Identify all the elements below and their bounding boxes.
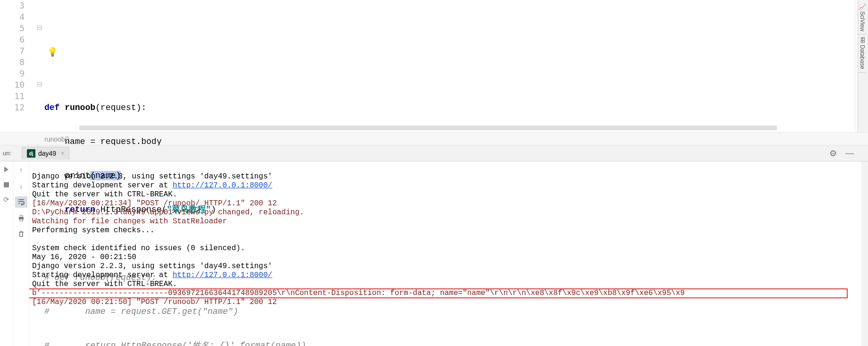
line-number: 5 — [0, 23, 25, 34]
play-icon — [4, 167, 8, 172]
code-editor[interactable]: 3 4 5 6 7 8 9 10 11 12 ⊟ ⊟ 💡 def runoob(… — [0, 0, 868, 132]
line-number: 12 — [0, 102, 25, 113]
run-label: un: — [3, 150, 22, 157]
run-console-panel: ⟳ ↑ ↓ Django version 2.2.3, using settin… — [0, 161, 868, 346]
console-line: Django version 2.2.3, using settings 'da… — [32, 262, 272, 270]
console-vertical-scrollbar[interactable] — [861, 161, 868, 346]
tab-database[interactable]: 🗄Database — [858, 34, 867, 72]
line-number: 8 — [0, 57, 25, 68]
console-line: Starting development server at http://12… — [32, 271, 272, 279]
code-line — [44, 68, 855, 79]
console-line: Watching for file changes with StatReloa… — [32, 217, 227, 226]
console-toolbar: ↑ ↓ — [13, 161, 29, 346]
line-number: 4 — [0, 11, 25, 23]
run-toolwindow-header: un: dj day49 × ⚙ — — [0, 145, 868, 161]
tab-label: SciView — [859, 11, 866, 31]
trash-icon — [17, 230, 25, 238]
tab-sciview[interactable]: 📈SciView — [858, 0, 867, 34]
stop-button[interactable] — [1, 179, 12, 190]
server-url-link[interactable]: http://127.0.0.1:8000/ — [173, 271, 272, 279]
minimize-icon[interactable]: — — [845, 148, 854, 158]
line-number: 10 — [0, 79, 25, 91]
highlighted-output-line: b'----------------------------0936972166… — [29, 289, 847, 298]
sciview-icon: 📈 — [859, 3, 866, 10]
run-toolbar-left: ⟳ — [0, 161, 13, 346]
line-number: 3 — [0, 0, 25, 11]
console-line: Performing system checks... — [32, 226, 154, 235]
console-line: System check identified no issues (0 sil… — [32, 244, 245, 253]
clear-button[interactable] — [15, 228, 27, 240]
server-url-link[interactable]: http://127.0.0.1:8000/ — [173, 181, 272, 190]
soft-wrap-button[interactable] — [15, 196, 27, 208]
close-icon[interactable]: × — [61, 150, 64, 157]
current-line-highlight — [37, 45, 848, 57]
line-number-gutter: 3 4 5 6 7 8 9 10 11 12 — [0, 0, 37, 132]
console-line: Quit the server with CTRL-BREAK. — [32, 280, 177, 288]
database-icon: 🗄 — [859, 37, 866, 43]
console-line: Django version 2.2.3, using settings 'da… — [32, 172, 272, 181]
scroll-up-button[interactable]: ↑ — [15, 164, 27, 176]
right-tool-tabs: 📈SciView 🗄Database — [858, 0, 868, 132]
rerun-button[interactable] — [1, 164, 12, 175]
line-number: 7 — [0, 45, 25, 57]
console-line: D:\PyCharm 2019.1.3\day49\app01\views.py… — [32, 208, 304, 217]
gear-icon[interactable]: ⚙ — [829, 148, 837, 159]
console-output[interactable]: Django version 2.2.3, using settings 'da… — [29, 161, 861, 346]
line-number: 6 — [0, 34, 25, 45]
console-line: May 16, 2020 - 00:21:50 — [32, 253, 136, 262]
run-tab-label: day49 — [38, 150, 56, 157]
code-content[interactable]: def runoob(request): name = request.body… — [37, 0, 855, 132]
printer-icon — [17, 214, 25, 222]
console-line: Starting development server at http://12… — [32, 181, 272, 190]
line-number: 9 — [0, 68, 25, 79]
code-line: def runoob(request): — [44, 102, 855, 113]
run-config-tab[interactable]: dj day49 × — [22, 147, 69, 160]
line-number: 11 — [0, 91, 25, 102]
code-line — [44, 34, 855, 45]
svg-rect-1 — [20, 215, 23, 217]
tab-label: Database — [859, 45, 866, 69]
console-line: Quit the server with CTRL-BREAK. — [32, 190, 177, 199]
console-line: [16/May/2020 00:21:50] "POST /runoob/ HT… — [32, 298, 277, 306]
console-line: [16/May/2020 00:21:34] "POST /runoob/ HT… — [32, 199, 277, 208]
wrap-icon — [17, 198, 25, 206]
print-button[interactable] — [15, 212, 27, 224]
scroll-down-button[interactable]: ↓ — [15, 180, 27, 192]
restart-button[interactable]: ⟳ — [1, 194, 12, 205]
stop-icon — [4, 182, 9, 187]
editor-horizontal-scrollbar[interactable] — [79, 125, 838, 131]
svg-rect-2 — [20, 219, 23, 221]
django-icon: dj — [27, 149, 35, 158]
